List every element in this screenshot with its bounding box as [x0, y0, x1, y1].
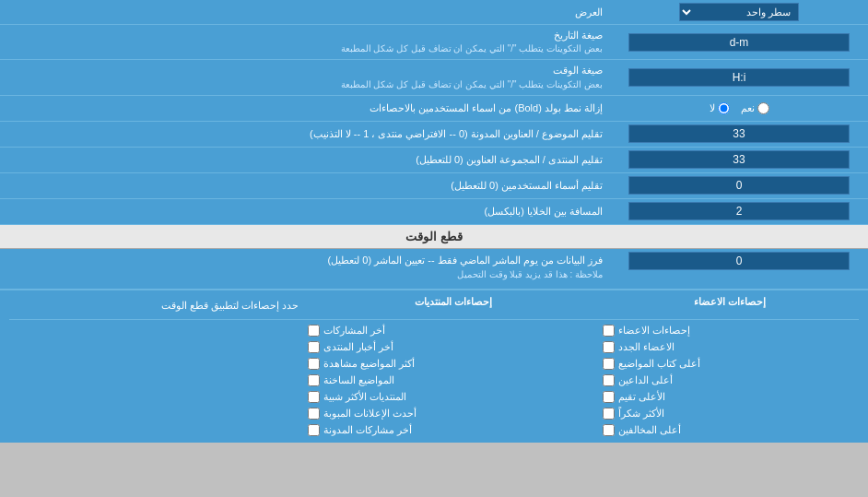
usernames-trim-input-area	[610, 173, 868, 197]
checkboxes-section: حدد إحصاءات لتطبيق قطع الوقت إحصاءات الم…	[0, 290, 868, 443]
cb-recent-ads-input[interactable]	[308, 408, 320, 420]
date-format-input-area	[610, 30, 868, 54]
time-format-input-area	[610, 65, 868, 89]
subject-trim-label: تقليم الموضوع / العناوين المدونة (0 -- ا…	[0, 124, 610, 145]
cb-top-posters-input[interactable]	[603, 358, 615, 370]
cb-top-posters2: أعلى الداعين	[601, 373, 859, 387]
display-select[interactable]: سطر واحد سطرين ثلاثة أسطر	[679, 3, 799, 21]
time-format-label: صيغة الوقت بعض التكوينات يتطلب "/" التي …	[0, 60, 610, 94]
checkboxes-header: حدد إحصاءات لتطبيق قطع الوقت إحصاءات الم…	[9, 296, 859, 320]
forum-trim-input[interactable]	[628, 150, 850, 169]
bold-remove-label: إزالة نمط بولد (Bold) من اسماء المستخدمي…	[0, 98, 610, 119]
cb-similar-forums: المنتديات الأكثر شبية	[306, 390, 601, 404]
members-col-header: إحصاءات الاعضاء	[601, 296, 859, 315]
filter-row: فرز البيانات من يوم الماشر الماضي فقط --…	[0, 249, 868, 290]
filter-input-area	[610, 249, 868, 273]
radio-no[interactable]	[718, 102, 730, 114]
subject-trim-row: تقليم الموضوع / العناوين المدونة (0 -- ا…	[0, 122, 868, 148]
posts-col-header: إحصاءات المنتديات	[306, 296, 601, 315]
filter-label: فرز البيانات من يوم الماشر الماضي فقط --…	[0, 249, 610, 286]
cb-old-topics-input[interactable]	[308, 374, 320, 386]
limit-spacer	[9, 324, 306, 437]
cb-top-posters: أعلى كتاب المواضيع	[601, 357, 859, 371]
limit-label: حدد إحصاءات لتطبيق قطع الوقت	[9, 296, 306, 315]
usernames-trim-label: تقليم أسماء المستخدمين (0 للتعطيل)	[0, 175, 610, 196]
cb-last-posts: أخر المشاركات	[306, 324, 601, 337]
cb-top-neg: أعلى المخالفين	[601, 423, 859, 437]
cb-top-neg-input[interactable]	[603, 424, 615, 436]
bold-radio-area: نعم لا	[610, 100, 868, 117]
cell-spacing-input[interactable]	[628, 202, 850, 220]
cb-last-participated: أخر مشاركات المدونة	[306, 423, 601, 437]
subject-trim-input[interactable]	[628, 124, 850, 143]
posts-column: أخر المشاركات أخر أخبار المنتدى أكثر الم…	[306, 324, 601, 437]
filter-input[interactable]	[628, 252, 850, 270]
usernames-trim-input[interactable]	[628, 176, 850, 195]
cb-most-viewed: أكثر المواضيع مشاهدة	[306, 357, 601, 371]
cb-recent-ads: أحدث الإعلانات المبوبة	[306, 407, 601, 420]
forum-trim-input-area	[610, 148, 868, 172]
cell-spacing-label: المسافة بين الخلايا (بالبكسل)	[0, 201, 610, 222]
date-format-row: صيغة التاريخ بعض التكوينات يتطلب "/" الت…	[0, 25, 868, 60]
cb-last-posts-input[interactable]	[308, 325, 320, 337]
cb-last-participated-input[interactable]	[308, 424, 320, 436]
cb-stats-members-input[interactable]	[603, 325, 615, 337]
forum-trim-label: تقليم المنتدى / المجموعة العناوين (0 للت…	[0, 149, 610, 171]
cb-most-thanks: الأكثر شكراً	[601, 407, 859, 420]
cb-new-members-input[interactable]	[603, 341, 615, 353]
subject-trim-input-area	[610, 122, 868, 146]
date-format-input[interactable]	[628, 33, 850, 52]
cb-most-thanks-input[interactable]	[603, 408, 615, 420]
cb-similar-forums-input[interactable]	[308, 391, 320, 403]
display-select-area: سطر واحد سطرين ثلاثة أسطر	[610, 0, 868, 24]
cb-last-news: أخر أخبار المنتدى	[306, 340, 601, 354]
cell-spacing-input-area	[610, 199, 868, 223]
display-label: العرض	[0, 3, 610, 22]
cb-most-viewed-input[interactable]	[308, 358, 320, 370]
cb-new-members: الاعضاء الجدد	[601, 340, 859, 354]
forum-trim-row: تقليم المنتدى / المجموعة العناوين (0 للت…	[0, 148, 868, 173]
cb-top-posters2-input[interactable]	[603, 374, 615, 386]
cell-spacing-row: المسافة بين الخلايا (بالبكسل)	[0, 199, 868, 225]
usernames-trim-row: تقليم أسماء المستخدمين (0 للتعطيل)	[0, 173, 868, 199]
checkboxes-grid: أخر المشاركات أخر أخبار المنتدى أكثر الم…	[9, 324, 859, 437]
main-container: العرض سطر واحد سطرين ثلاثة أسطر صيغة الت…	[0, 0, 868, 443]
cut-section-header: قطع الوقت	[0, 225, 868, 249]
cb-last-news-input[interactable]	[308, 341, 320, 353]
date-format-label: صيغة التاريخ بعض التكوينات يتطلب "/" الت…	[0, 25, 610, 59]
time-format-row: صيغة الوقت بعض التكوينات يتطلب "/" التي …	[0, 60, 868, 95]
members-column: إحصاءات الاعضاء الاعضاء الجدد أعلى كتاب …	[601, 324, 859, 437]
display-row: العرض سطر واحد سطرين ثلاثة أسطر	[0, 0, 868, 25]
cb-old-topics: المواضيع الساخنة	[306, 373, 601, 387]
radio-yes-label: نعم	[741, 102, 769, 114]
radio-yes[interactable]	[757, 102, 769, 114]
cb-top-rated: الأعلى تقيم	[601, 390, 859, 404]
cb-stats-members: إحصاءات الاعضاء	[601, 324, 859, 337]
bold-remove-row: إزالة نمط بولد (Bold) من اسماء المستخدمي…	[0, 96, 868, 122]
time-format-input[interactable]	[628, 68, 850, 87]
radio-no-label: لا	[710, 102, 730, 114]
cb-top-rated-input[interactable]	[603, 391, 615, 403]
